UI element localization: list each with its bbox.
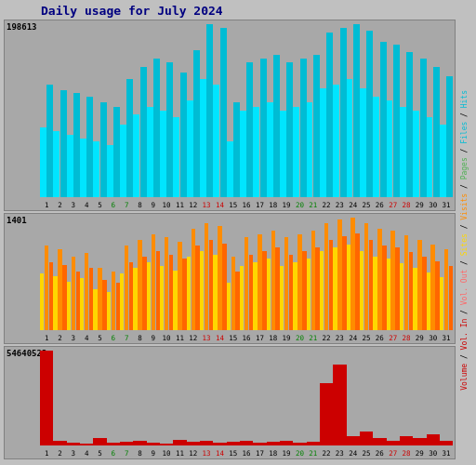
visits-bar-group (120, 218, 133, 330)
visits-bar-group (213, 218, 226, 330)
pages-bar (253, 107, 259, 197)
hits-bar-group (240, 24, 253, 197)
volume-bar-group (80, 351, 93, 445)
hits-bar (180, 73, 187, 197)
volume-bar-group (347, 351, 360, 445)
hits-bar-group (187, 24, 200, 197)
hits-bar-group (160, 24, 173, 197)
sites-bar (387, 259, 390, 329)
x-label-day: 24 (347, 201, 360, 209)
x-label-day: 4 (80, 201, 93, 209)
hits-bar-group (387, 24, 400, 197)
sites-bar (93, 289, 97, 330)
visits2-bar (449, 266, 453, 330)
volume-bar (173, 440, 186, 445)
hits-bar-group (360, 24, 373, 197)
x-label-day: 16 (240, 201, 253, 209)
pages-bar (227, 141, 233, 196)
pages-bar (427, 117, 433, 196)
volume-bar-group (173, 351, 186, 445)
x-label-day: 29 (413, 201, 426, 209)
sites-bar (133, 268, 137, 329)
sites-bar (240, 266, 244, 330)
visits-bar (364, 223, 368, 330)
sites-bar (173, 271, 177, 330)
volume-bar (200, 441, 213, 445)
visits-bar (218, 226, 221, 329)
x-label-day: 6 (107, 201, 120, 209)
pages-bar (147, 107, 153, 197)
volume-chart: 54640522 1234567891011121314151617181920… (4, 346, 456, 459)
hits-bar (366, 31, 373, 196)
sites-bar (413, 268, 416, 329)
x-label-day: 22 (320, 201, 333, 209)
volume-x-label-day: 11 (173, 449, 186, 458)
hits-bar (86, 97, 93, 197)
visits-y-label: 1401 (7, 216, 27, 225)
visits-x-label-day: 16 (240, 334, 253, 342)
x-label-day: 12 (187, 201, 200, 209)
hits-chart-inner (40, 24, 453, 197)
hits-bar (140, 67, 147, 196)
visits-bar-group (293, 218, 306, 330)
volume-bar-group (280, 351, 293, 445)
volume-chart-inner (40, 351, 453, 445)
visits-bar-group (240, 218, 253, 330)
volume-x-label-day: 17 (253, 449, 266, 458)
visits-bar (350, 218, 354, 330)
volume-bar (253, 443, 266, 445)
visits-x-label-day: 28 (400, 334, 413, 342)
volume-bar (213, 443, 226, 445)
sites-bar (333, 247, 337, 329)
pages-bar (93, 141, 99, 196)
visits-x-label-day: 12 (187, 334, 200, 342)
visits-bar-group (413, 218, 426, 330)
hits-bar-group (253, 24, 266, 197)
sites-bar (293, 262, 297, 330)
visits-bar-group (253, 218, 266, 330)
x-label-day: 5 (93, 201, 106, 209)
volume-x-label-day: 21 (307, 449, 320, 458)
volume-x-label-day: 10 (160, 449, 173, 458)
visits-x-label-day: 8 (133, 334, 146, 342)
x-label-day: 17 (253, 201, 266, 209)
volume-bar (160, 444, 173, 445)
volume-bar (373, 438, 386, 445)
x-label-day: 13 (200, 201, 213, 209)
visits-x-label-day: 3 (67, 334, 80, 342)
hits-bar (73, 93, 80, 196)
side-label: Volume / Vol. In / Vol. Out / Sites / Vi… (460, 90, 469, 391)
visits-bar (324, 223, 328, 330)
hits-bar (393, 45, 400, 196)
visits-bar (138, 240, 141, 330)
visits-bar-group (440, 218, 453, 330)
volume-bar-group (40, 351, 53, 445)
pages-bar (80, 139, 86, 197)
sites-bar (347, 245, 350, 330)
x-label-day: 15 (227, 201, 240, 209)
x-label-day: 2 (53, 201, 66, 209)
pages-bar (400, 107, 406, 197)
visits-bar-group (227, 218, 240, 330)
hits-bar-group (440, 24, 453, 197)
visits-x-label-day: 25 (360, 334, 373, 342)
visits-chart: 1401 12345678910111213141516171819202122… (4, 213, 456, 344)
x-label-day: 23 (333, 201, 346, 209)
pages-bar (67, 135, 73, 197)
visits-x-label-day: 22 (320, 334, 333, 342)
hits-bar-group (280, 24, 293, 197)
volume-bar (227, 442, 240, 445)
volume-bar (293, 443, 306, 445)
visits-bar (430, 245, 434, 330)
volume-x-label-day: 22 (320, 449, 333, 458)
hits-bar (220, 28, 227, 197)
volume-bar (107, 443, 120, 445)
visits-bar-group (360, 218, 373, 330)
volume-bar-group (427, 351, 440, 445)
visits-bar-group (173, 218, 186, 330)
visits-bar (165, 237, 168, 329)
sites-bar (213, 255, 217, 330)
hits-bar-group (427, 24, 440, 197)
visits-x-label-day: 29 (413, 334, 426, 342)
volume-bar (53, 441, 66, 445)
